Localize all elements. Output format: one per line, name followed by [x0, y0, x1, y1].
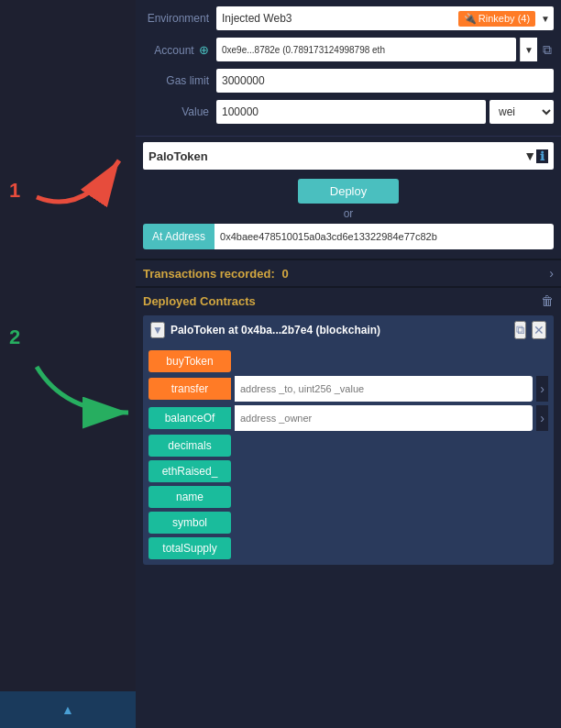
up-arrow-icon: ▲ [61, 702, 74, 717]
env-dropdown-icon[interactable]: ▼ [537, 14, 554, 24]
account-dropdown-icon[interactable]: ▼ [520, 38, 537, 61]
value-row: Value wei gwei finney ether [143, 99, 554, 125]
contract-selector-row: PaloToken ▼ ℹ [143, 142, 554, 170]
at-address-input[interactable] [214, 224, 554, 249]
method-totalsupply-button[interactable]: totalSupply [148, 537, 231, 559]
contract-methods: buyToken transfer › balanceOf › [143, 345, 554, 565]
instance-title: PaloToken at 0x4ba...2b7e4 (blockchain) [170, 324, 509, 336]
list-item: transfer › [148, 376, 548, 402]
red-arrow [28, 142, 138, 215]
instance-expand-button[interactable]: ▼ [150, 322, 165, 338]
network-label: Rinkeby (4) [478, 13, 530, 24]
account-input[interactable] [216, 38, 516, 61]
gas-limit-label: Gas limit [143, 74, 216, 87]
form-section: Environment Injected Web3 🔌 Rinkeby (4) … [136, 0, 561, 137]
account-label: Account ⊕ [143, 43, 216, 57]
wei-select[interactable]: wei gwei finney ether [490, 100, 554, 124]
sidebar: 1 2 ▲ [0, 0, 136, 728]
account-control: ▼ ⧉ [216, 38, 554, 61]
method-balanceof-input[interactable] [235, 405, 533, 431]
gas-limit-row: Gas limit [143, 68, 554, 94]
method-transfer-input[interactable] [235, 376, 533, 402]
method-buytoken-button[interactable]: buyToken [148, 350, 231, 372]
contract-info-button[interactable]: ℹ [536, 149, 548, 163]
method-symbol-button[interactable]: symbol [148, 512, 231, 534]
value-label: Value [143, 105, 216, 118]
method-name-button[interactable]: name [148, 486, 231, 508]
environment-label: Environment [143, 12, 216, 25]
transactions-label: Transactions recorded: 0 [143, 267, 289, 281]
method-transfer-chevron[interactable]: › [536, 376, 548, 402]
list-item: name [148, 486, 548, 508]
instance-close-button[interactable]: ✕ [532, 321, 546, 339]
transactions-count: 0 [281, 267, 288, 281]
label-2: 2 [9, 325, 20, 349]
method-transfer-button[interactable]: transfer [148, 378, 231, 400]
method-balanceof-button[interactable]: balanceOf [148, 407, 231, 429]
contract-instance-header: ▼ PaloToken at 0x4ba...2b7e4 (blockchain… [143, 315, 554, 345]
trash-icon[interactable]: 🗑 [541, 293, 554, 308]
environment-value: Injected Web3 [216, 12, 458, 25]
account-plus-icon[interactable]: ⊕ [199, 43, 209, 57]
method-ethraised-button[interactable]: ethRaised_ [148, 460, 231, 482]
value-controls: wei gwei finney ether [216, 100, 554, 124]
environment-select-wrap[interactable]: Injected Web3 🔌 Rinkeby (4) ▼ [216, 6, 554, 30]
list-item: symbol [148, 512, 548, 534]
list-item: totalSupply [148, 537, 548, 559]
transactions-section: Transactions recorded: 0 › [136, 260, 561, 288]
deploy-button[interactable]: Deploy [298, 179, 399, 204]
at-address-button[interactable]: At Address [143, 224, 214, 249]
network-badge: 🔌 Rinkeby (4) [458, 11, 535, 27]
contract-selected-text: PaloToken [148, 149, 523, 163]
deploy-area: Deploy or At Address [143, 175, 554, 253]
contract-section: PaloToken ▼ ℹ Deploy or At Address [136, 137, 561, 260]
at-address-row: At Address [143, 224, 554, 249]
deployed-section: Deployed Contracts 🗑 ▼ PaloToken at 0x4b… [136, 288, 561, 728]
contract-dropdown-button[interactable]: ▼ [523, 149, 536, 163]
instance-copy-button[interactable]: ⧉ [514, 321, 526, 339]
method-decimals-button[interactable]: decimals [148, 435, 231, 457]
list-item: decimals [148, 435, 548, 457]
network-icon: 🔌 [464, 13, 477, 25]
deployed-title: Deployed Contracts [143, 294, 256, 308]
method-balanceof-chevron[interactable]: › [536, 405, 548, 431]
contract-instance: ▼ PaloToken at 0x4ba...2b7e4 (blockchain… [143, 315, 554, 565]
gas-limit-input[interactable] [216, 69, 554, 93]
green-arrow [28, 358, 147, 431]
sidebar-bottom: ▲ [0, 691, 136, 728]
account-row: Account ⊕ ▼ ⧉ [143, 37, 554, 62]
environment-row: Environment Injected Web3 🔌 Rinkeby (4) … [143, 6, 554, 31]
contract-actions: ▼ [523, 149, 536, 163]
or-label: or [344, 207, 354, 220]
value-input[interactable] [216, 100, 486, 124]
list-item: buyToken [148, 350, 548, 372]
list-item: ethRaised_ [148, 460, 548, 482]
transactions-chevron-icon[interactable]: › [549, 266, 554, 281]
list-item: balanceOf › [148, 405, 548, 431]
environment-control: Injected Web3 🔌 Rinkeby (4) ▼ [216, 6, 554, 30]
label-1: 1 [9, 179, 20, 203]
deployed-header: Deployed Contracts 🗑 [143, 293, 554, 308]
right-panel: Environment Injected Web3 🔌 Rinkeby (4) … [136, 0, 561, 728]
account-copy-button[interactable]: ⧉ [541, 40, 554, 60]
